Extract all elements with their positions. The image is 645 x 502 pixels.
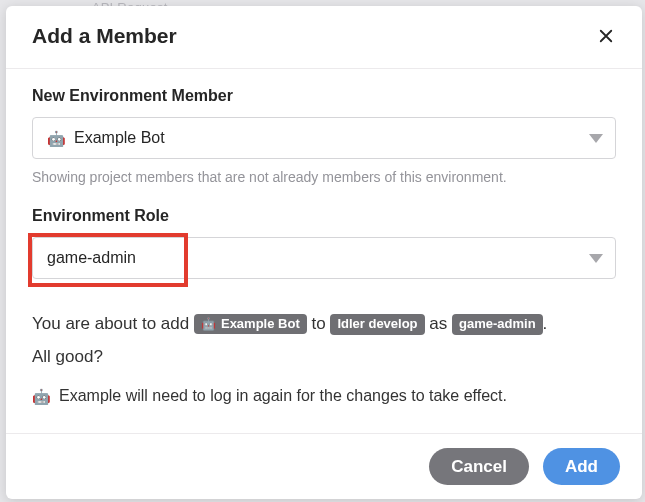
close-icon [597, 27, 615, 45]
role-field: Environment Role game-admin [32, 207, 616, 279]
close-button[interactable] [596, 26, 616, 46]
member-select-text: Example Bot [74, 129, 165, 147]
modal-header: Add a Member [6, 6, 642, 69]
confirm-suffix: . [543, 314, 548, 333]
cancel-button[interactable]: Cancel [429, 448, 529, 485]
role-chip-label: game-admin [459, 316, 536, 333]
modal-title: Add a Member [32, 24, 177, 48]
confirm-prefix: You are about to add [32, 314, 189, 333]
role-select-value: game-admin [47, 249, 136, 267]
environment-chip: Idler develop [330, 314, 424, 335]
chevron-down-icon [589, 254, 603, 263]
chevron-down-icon [589, 134, 603, 143]
relogin-notice: 🤖 Example will need to log in again for … [32, 387, 616, 405]
modal-body: New Environment Member 🤖 Example Bot Sho… [6, 69, 642, 433]
member-field-label: New Environment Member [32, 87, 616, 105]
member-select[interactable]: 🤖 Example Bot [32, 117, 616, 159]
environment-chip-label: Idler develop [337, 316, 417, 333]
member-chip-label: Example Bot [221, 316, 300, 333]
confirm-mid2: as [429, 314, 447, 333]
modal-footer: Cancel Add [6, 433, 642, 499]
confirm-mid1: to [311, 314, 325, 333]
bot-icon: 🤖 [201, 318, 216, 330]
member-field: New Environment Member 🤖 Example Bot Sho… [32, 87, 616, 185]
member-select-value: 🤖 Example Bot [47, 129, 165, 147]
bot-icon: 🤖 [32, 389, 51, 404]
relogin-text: Example will need to log in again for th… [59, 387, 507, 405]
role-select-text: game-admin [47, 249, 136, 267]
modal-backdrop: › API Request Add a Member New Environme… [0, 0, 645, 502]
confirmation-text: You are about to add 🤖 Example Bot to Id… [32, 307, 616, 373]
add-member-modal: Add a Member New Environment Member 🤖 Ex… [6, 6, 642, 499]
bot-icon: 🤖 [47, 131, 66, 146]
role-chip: game-admin [452, 314, 543, 335]
role-select[interactable]: game-admin [32, 237, 616, 279]
confirm-question: All good? [32, 347, 103, 366]
member-helper-text: Showing project members that are not alr… [32, 169, 616, 185]
add-button[interactable]: Add [543, 448, 620, 485]
member-chip: 🤖 Example Bot [194, 314, 307, 335]
role-field-label: Environment Role [32, 207, 616, 225]
